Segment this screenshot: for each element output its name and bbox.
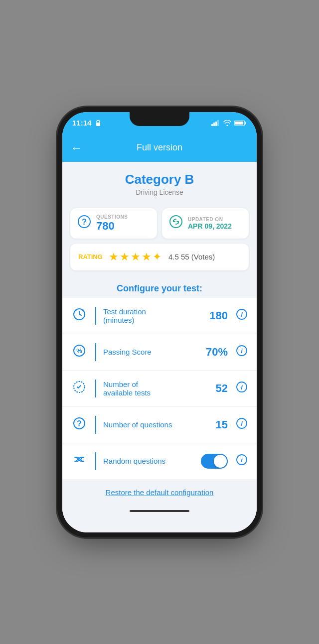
star-2: ★ bbox=[120, 251, 130, 263]
notch bbox=[130, 112, 189, 126]
svg-rect-2 bbox=[213, 123, 215, 126]
rating-value-text: 4.5 55 (Votes) bbox=[168, 253, 215, 261]
signal-icon bbox=[211, 120, 220, 126]
updated-label: UPDATED ON bbox=[188, 217, 232, 222]
config-item-available-tests[interactable]: Number ofavailable tests 52 i bbox=[62, 371, 257, 407]
svg-text:i: i bbox=[241, 311, 243, 318]
updated-content: UPDATED ON APR 09, 2022 bbox=[188, 217, 232, 230]
back-button[interactable]: ← bbox=[70, 141, 82, 155]
content-area: Category B Driving License ? QUESTIONS 7… bbox=[62, 162, 257, 532]
updated-card: UPDATED ON APR 09, 2022 bbox=[162, 208, 249, 239]
random-questions-label: Random questions bbox=[103, 457, 201, 465]
home-bar bbox=[130, 510, 189, 512]
test-duration-label: Test duration(minutes) bbox=[103, 307, 209, 324]
num-questions-label: Number of questions bbox=[103, 420, 216, 429]
questions-content: QUESTIONS 780 bbox=[96, 214, 128, 233]
config-item-passing-score[interactable]: % Passing Score 70% i bbox=[62, 334, 257, 371]
time-display: 11:14 bbox=[72, 119, 91, 127]
svg-text:?: ? bbox=[82, 218, 87, 226]
nav-title: Full version bbox=[137, 142, 182, 153]
svg-rect-6 bbox=[235, 122, 243, 125]
divider-4 bbox=[95, 416, 96, 434]
nav-bar: ← Full version bbox=[62, 134, 257, 162]
svg-text:%: % bbox=[76, 347, 82, 355]
star-5-half: ✦ bbox=[153, 251, 161, 263]
category-title: Category B bbox=[70, 172, 249, 187]
updated-value: APR 09, 2022 bbox=[188, 222, 232, 230]
header-section: Category B Driving License bbox=[62, 162, 257, 201]
available-tests-value: 52 bbox=[216, 382, 228, 395]
phone-frame: 11:14 bbox=[62, 112, 257, 532]
test-duration-value: 180 bbox=[209, 309, 228, 322]
status-bar-right bbox=[211, 120, 247, 126]
clock-icon bbox=[70, 308, 88, 324]
random-toggle-container[interactable] bbox=[201, 454, 228, 469]
divider-1 bbox=[95, 307, 96, 325]
questions-label: QUESTIONS bbox=[96, 214, 128, 220]
test-duration-info-icon[interactable]: i bbox=[235, 309, 249, 322]
status-bar-left: 11:14 bbox=[72, 119, 101, 127]
divider-2 bbox=[95, 343, 96, 361]
battery-icon bbox=[234, 120, 247, 126]
random-questions-info-icon[interactable]: i bbox=[235, 454, 249, 468]
svg-rect-3 bbox=[215, 122, 217, 126]
star-3: ★ bbox=[131, 251, 141, 263]
svg-text:i: i bbox=[241, 456, 243, 464]
svg-text:i: i bbox=[241, 420, 243, 427]
svg-rect-0 bbox=[96, 123, 100, 126]
questions-icon: ? bbox=[77, 215, 91, 232]
passing-score-value: 70% bbox=[206, 346, 228, 359]
passing-score-info-icon[interactable]: i bbox=[235, 345, 249, 359]
shuffle-icon bbox=[70, 453, 88, 469]
divider-3 bbox=[95, 380, 96, 397]
star-1: ★ bbox=[109, 251, 119, 263]
svg-text:?: ? bbox=[77, 419, 82, 428]
wifi-icon bbox=[223, 120, 231, 126]
stats-row: ? QUESTIONS 780 bbox=[70, 208, 249, 239]
config-item-num-questions[interactable]: ? Number of questions 15 i bbox=[62, 407, 257, 443]
svg-point-9 bbox=[170, 216, 182, 228]
divider-5 bbox=[95, 452, 96, 470]
footer-section: Restore the default configuration bbox=[62, 479, 257, 506]
num-questions-info-icon[interactable]: i bbox=[235, 418, 249, 431]
configure-title: Configure your test: bbox=[62, 275, 257, 298]
toggle-knob bbox=[214, 455, 227, 468]
home-indicator bbox=[62, 506, 257, 518]
stars-display: ★ ★ ★ ★ ✦ bbox=[109, 251, 161, 263]
available-tests-info-icon[interactable]: i bbox=[235, 382, 249, 395]
questions-card: ? QUESTIONS 780 bbox=[70, 208, 157, 239]
lock-icon bbox=[95, 120, 101, 127]
percent-icon: % bbox=[70, 344, 88, 360]
available-tests-label: Number ofavailable tests bbox=[103, 380, 216, 397]
rating-card: RATING ★ ★ ★ ★ ✦ 4.5 55 (Votes) bbox=[70, 244, 249, 270]
rating-label: RATING bbox=[78, 253, 103, 260]
random-toggle[interactable] bbox=[201, 454, 228, 469]
passing-score-label: Passing Score bbox=[103, 348, 206, 356]
num-questions-value: 15 bbox=[216, 418, 228, 431]
updated-icon bbox=[169, 215, 183, 232]
svg-rect-4 bbox=[217, 120, 219, 126]
config-item-test-duration[interactable]: Test duration(minutes) 180 i bbox=[62, 298, 257, 334]
question-circle-icon: ? bbox=[70, 417, 88, 433]
svg-text:i: i bbox=[241, 384, 243, 391]
config-list: Test duration(minutes) 180 i % bbox=[62, 298, 257, 479]
questions-value: 780 bbox=[96, 220, 128, 233]
svg-text:i: i bbox=[241, 347, 243, 355]
config-item-random-questions[interactable]: Random questions i bbox=[62, 443, 257, 479]
category-subtitle: Driving License bbox=[70, 188, 249, 196]
tests-icon bbox=[70, 381, 88, 396]
restore-default-link[interactable]: Restore the default configuration bbox=[106, 488, 214, 497]
svg-rect-1 bbox=[211, 124, 213, 126]
star-4: ★ bbox=[142, 251, 152, 263]
